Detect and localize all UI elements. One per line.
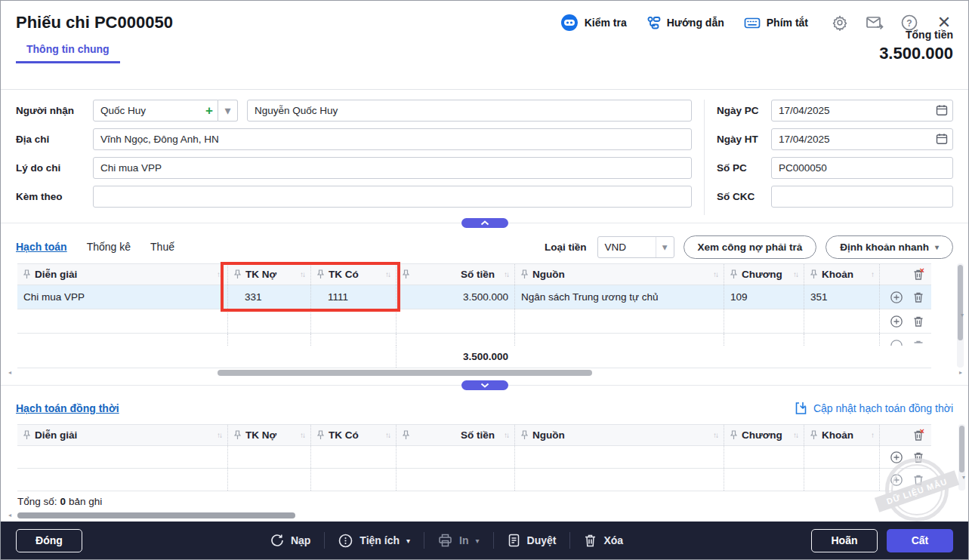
receiver-dropdown-button[interactable]: ▾ bbox=[218, 100, 238, 122]
add-row-icon[interactable] bbox=[889, 290, 903, 304]
sort-icon[interactable]: ↑↓ bbox=[217, 431, 221, 439]
pin-icon[interactable] bbox=[521, 269, 528, 279]
save-button[interactable]: Cất bbox=[887, 529, 953, 552]
posting-date-input[interactable]: 17/04/2025 bbox=[771, 128, 953, 150]
col-chuong[interactable]: Chương↑↓ bbox=[724, 264, 804, 285]
reason-input[interactable]: Chi mua VPP bbox=[93, 157, 692, 179]
collapse-down-button[interactable] bbox=[461, 380, 508, 390]
sort-icon[interactable]: ↑↓ bbox=[217, 270, 221, 278]
pin-icon[interactable] bbox=[317, 269, 324, 279]
calendar-icon[interactable] bbox=[936, 133, 948, 145]
pin-icon[interactable] bbox=[403, 269, 409, 279]
simultaneous-title-link[interactable]: Hạch toán đồng thời bbox=[16, 402, 119, 414]
delete-all-rows-button[interactable]: × bbox=[879, 264, 931, 285]
sort-icon[interactable]: ↑ bbox=[871, 431, 873, 439]
delete-row-icon[interactable] bbox=[911, 290, 925, 304]
scroll-right-arrow[interactable]: ▸ bbox=[959, 369, 962, 376]
col-so-tien[interactable]: Số tiền↑↓ bbox=[396, 425, 514, 445]
currency-select[interactable]: VND ▾ bbox=[597, 236, 674, 258]
cell-nguon[interactable]: Ngân sách Trung ương tự chủ bbox=[514, 285, 724, 309]
col-nguon[interactable]: Nguồn↑↓ bbox=[514, 264, 724, 285]
utilities-button[interactable]: Tiện ích ▾ bbox=[338, 534, 410, 548]
cell-chuong[interactable]: 109 bbox=[724, 285, 804, 309]
collapse-up-button[interactable] bbox=[461, 218, 508, 228]
col-tk-no[interactable]: TK Nợ↑↓ bbox=[227, 425, 310, 445]
tab-thong-ke[interactable]: Thống kê bbox=[87, 241, 131, 253]
reload-button[interactable]: Nạp bbox=[270, 534, 310, 547]
col-dien-giai[interactable]: Diễn giải↑↓ bbox=[17, 264, 227, 285]
delete-row-icon[interactable] bbox=[911, 472, 925, 487]
sort-icon[interactable]: ↑↓ bbox=[504, 270, 508, 278]
pin-icon[interactable] bbox=[234, 269, 241, 279]
receiver-code-input[interactable]: Quốc Huy + bbox=[93, 100, 218, 122]
col-khoan[interactable]: Khoản↑ bbox=[804, 264, 879, 285]
delete-row-icon[interactable] bbox=[911, 450, 925, 464]
voucher-no-input[interactable]: PC000050 bbox=[771, 157, 953, 179]
cell-khoan[interactable]: 351 bbox=[804, 285, 879, 309]
address-input[interactable]: Vĩnh Ngọc, Đông Anh, HN bbox=[93, 128, 692, 150]
scroll-left-arrow[interactable]: ◂ bbox=[8, 512, 11, 518]
col-dien-giai[interactable]: Diễn giải↑↓ bbox=[17, 425, 227, 445]
scroll-down-arrow[interactable]: ▾ bbox=[961, 312, 964, 318]
pin-icon[interactable] bbox=[23, 430, 30, 440]
trash-icon[interactable]: × bbox=[911, 267, 925, 282]
postpone-button[interactable]: Hoãn bbox=[811, 529, 878, 552]
print-button[interactable]: In ▾ bbox=[438, 534, 479, 547]
pin-icon[interactable] bbox=[403, 430, 409, 440]
cell-tk-co[interactable]: 1111 bbox=[310, 285, 396, 309]
table-row-empty[interactable] bbox=[17, 309, 931, 334]
sort-icon[interactable]: ↑↓ bbox=[300, 270, 304, 278]
col-nguon[interactable]: Nguồn↑↓ bbox=[514, 425, 724, 445]
pin-icon[interactable] bbox=[234, 430, 241, 440]
calendar-icon[interactable] bbox=[936, 104, 948, 116]
cell-so-tien[interactable]: 3.500.000 bbox=[396, 285, 514, 309]
settings-gear-icon[interactable] bbox=[831, 14, 849, 32]
sort-icon[interactable]: ↑↓ bbox=[385, 270, 390, 278]
pin-icon[interactable] bbox=[23, 269, 30, 279]
pin-icon[interactable] bbox=[521, 430, 528, 440]
guide-button[interactable]: Hướng dẫn bbox=[647, 16, 724, 30]
add-row-icon[interactable] bbox=[889, 314, 903, 328]
horizontal-scrollbar[interactable]: ◂ bbox=[17, 511, 953, 520]
delete-row-icon[interactable] bbox=[911, 314, 925, 328]
tab-hach-toan[interactable]: Hạch toán bbox=[16, 241, 67, 253]
attachment-input[interactable] bbox=[93, 186, 692, 208]
update-simultaneous-link[interactable]: Cập nhật hạch toán đồng thời bbox=[795, 402, 953, 415]
shortcut-button[interactable]: Phím tắt bbox=[744, 17, 808, 29]
sort-icon[interactable]: ↑↓ bbox=[504, 431, 508, 439]
sort-icon[interactable]: ↑ bbox=[871, 270, 873, 278]
pin-icon[interactable] bbox=[810, 430, 817, 440]
col-tk-co[interactable]: TK Có↑↓ bbox=[310, 425, 396, 445]
ckc-no-input[interactable] bbox=[771, 186, 953, 208]
sort-icon[interactable]: ↑↓ bbox=[300, 431, 304, 439]
pin-icon[interactable] bbox=[730, 430, 737, 440]
delete-all-rows-button[interactable]: × bbox=[879, 425, 931, 445]
sort-icon[interactable]: ↑↓ bbox=[793, 270, 798, 278]
col-tk-co[interactable]: TK Có↑↓ bbox=[310, 264, 396, 285]
col-chuong[interactable]: Chương↑↓ bbox=[724, 425, 804, 445]
add-row-icon[interactable] bbox=[889, 450, 903, 464]
sort-icon[interactable]: ↑↓ bbox=[713, 270, 717, 278]
tab-thong-tin-chung[interactable]: Thông tin chung bbox=[16, 43, 120, 63]
pin-icon[interactable] bbox=[317, 430, 324, 440]
sort-icon[interactable]: ↑↓ bbox=[793, 431, 798, 439]
horizontal-scrollbar[interactable]: ◂ ▸ bbox=[17, 368, 953, 377]
col-so-tien[interactable]: Số tiền↑↓ bbox=[396, 264, 514, 285]
col-tk-no[interactable]: TK Nợ↑↓ bbox=[227, 264, 310, 285]
voucher-date-input[interactable]: 17/04/2025 bbox=[771, 100, 953, 122]
approve-button[interactable]: Duyệt bbox=[508, 534, 557, 547]
cell-tk-no[interactable]: 331 bbox=[227, 285, 310, 309]
col-khoan[interactable]: Khoản↑ bbox=[804, 425, 879, 445]
pin-icon[interactable] bbox=[730, 269, 737, 279]
sort-icon[interactable]: ↑↓ bbox=[385, 431, 390, 439]
add-row-icon[interactable] bbox=[889, 472, 903, 487]
view-payables-button[interactable]: Xem công nợ phải trả bbox=[684, 235, 817, 259]
delete-button[interactable]: Xóa bbox=[584, 534, 623, 547]
table-row-empty[interactable] bbox=[17, 469, 931, 491]
cell-dien-giai[interactable]: Chi mua VPP bbox=[17, 285, 227, 309]
receiver-name-input[interactable]: Nguyễn Quốc Huy bbox=[247, 100, 692, 122]
sort-icon[interactable]: ↑↓ bbox=[713, 431, 717, 439]
table-row[interactable]: Chi mua VPP 331 1111 3.500.000 Ngân sách… bbox=[17, 285, 931, 309]
scroll-left-arrow[interactable]: ◂ bbox=[8, 369, 11, 376]
close-button[interactable]: Đóng bbox=[16, 529, 82, 552]
